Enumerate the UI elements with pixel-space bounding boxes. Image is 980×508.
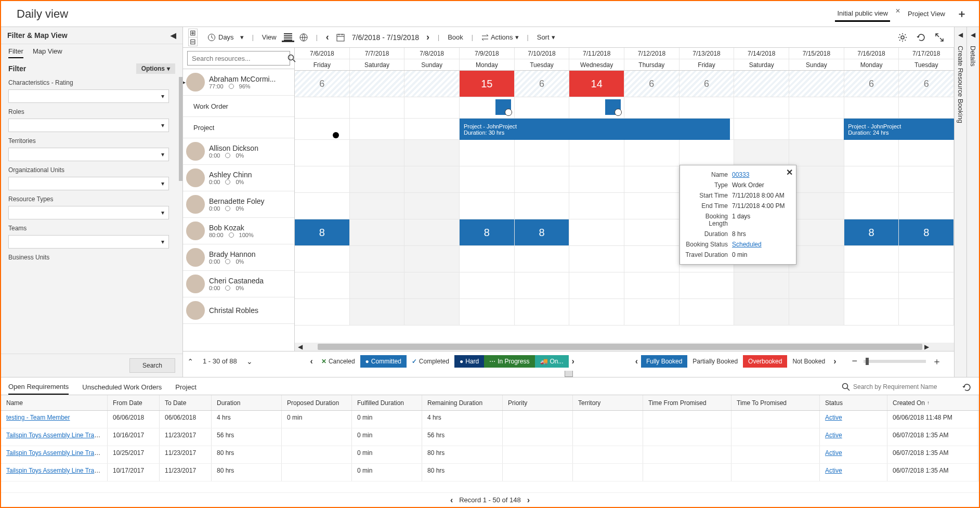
horizontal-scrollbar[interactable]: ◀▶	[295, 343, 954, 351]
tab-project[interactable]: Project	[175, 380, 196, 394]
grid-cell[interactable]	[460, 246, 515, 272]
status-canceled[interactable]: ✕Canceled	[316, 355, 360, 368]
grid-cell[interactable]	[734, 140, 789, 166]
grid-cell[interactable]: 6	[624, 71, 680, 97]
filter-tab-filter[interactable]: Filter	[8, 47, 23, 58]
grid-cell[interactable]	[734, 71, 789, 97]
col-proposed[interactable]: Proposed Duration	[282, 395, 352, 410]
grid-cell[interactable]	[624, 97, 680, 118]
date-column[interactable]: 7/15/2018Sunday	[789, 48, 844, 70]
tooltip-value[interactable]: Scheduled	[732, 241, 791, 248]
resource-row[interactable]: Ashley Chinn 0:000%	[183, 165, 294, 191]
date-column[interactable]: 7/12/2018Thursday	[624, 48, 680, 70]
search-resources-box[interactable]	[187, 51, 290, 66]
grid-cell[interactable]	[624, 166, 680, 192]
resource-expand-up-icon[interactable]: ⌄	[187, 357, 193, 366]
zoom-out-button[interactable]: −	[850, 356, 859, 367]
grid-cell[interactable]	[624, 272, 680, 298]
col-time-to[interactable]: Time To Promised	[731, 395, 820, 410]
filter-options-button[interactable]: Options▾	[136, 63, 175, 74]
grid-cell[interactable]	[844, 246, 899, 272]
grid-cell[interactable]	[789, 71, 844, 97]
grid-cell[interactable]	[295, 119, 350, 139]
grid-cell[interactable]	[295, 193, 350, 219]
resource-subrow[interactable]: Work Order	[183, 96, 294, 117]
settings-icon[interactable]	[898, 33, 907, 42]
grid-next-page[interactable]: ›	[527, 496, 530, 505]
grid-cell[interactable]	[624, 140, 680, 166]
collapse-resource-icon[interactable]: ▸	[183, 79, 186, 86]
col-created[interactable]: Created On ↑	[887, 395, 978, 410]
grid-cell[interactable]	[515, 140, 570, 166]
date-column[interactable]: 7/11/2018Wednesday	[569, 48, 624, 70]
grid-cell[interactable]	[350, 272, 405, 298]
grid-cell[interactable]	[844, 166, 899, 192]
grid-cell[interactable]: 8	[295, 219, 350, 245]
resource-row[interactable]: ▸ Abraham McCormi... 77:0096%	[183, 69, 294, 96]
tab-project-view[interactable]: Project View	[906, 7, 947, 21]
search-resources-input[interactable]	[188, 55, 283, 62]
grid-cell[interactable]	[350, 166, 405, 192]
grid-cell[interactable]	[404, 166, 460, 192]
resource-row[interactable]: Cheri Castaneda 0:000%	[183, 271, 294, 297]
resource-row[interactable]: Bernadette Foley 0:000%	[183, 191, 294, 218]
grid-cell[interactable]: 6	[295, 71, 350, 97]
status-link[interactable]: Active	[825, 414, 842, 421]
scrollbar[interactable]	[179, 77, 182, 181]
grid-cell[interactable]	[295, 272, 350, 298]
zoom-slider[interactable]	[864, 360, 926, 363]
grid-cell[interactable]	[569, 219, 624, 245]
grid-cell[interactable]	[844, 299, 899, 325]
search-icon[interactable]	[842, 383, 850, 391]
grid-cell[interactable]	[569, 246, 624, 272]
grid-cell[interactable]	[350, 246, 405, 272]
grid-cell[interactable]	[789, 272, 844, 298]
workorder-block[interactable]	[495, 99, 511, 115]
status-link[interactable]: Active	[825, 432, 842, 439]
grid-cell[interactable]	[460, 193, 515, 219]
grid-cell[interactable]	[515, 299, 570, 325]
rail-create-booking[interactable]: ◀ Create Resource Booking	[954, 27, 966, 377]
status-legend-prev[interactable]: ‹	[307, 357, 316, 366]
grid-cell[interactable]	[515, 272, 570, 298]
col-time-from[interactable]: Time From Promised	[643, 395, 731, 410]
select-characteristics[interactable]: ▾	[8, 89, 169, 103]
grid-cell[interactable]	[404, 246, 460, 272]
table-row[interactable]: Tailspin Toys Assembly Line Transfo... 1…	[1, 446, 979, 464]
date-column[interactable]: 7/16/2018Monday	[844, 48, 899, 70]
status-on[interactable]: 🚚On...	[535, 355, 569, 368]
date-column[interactable]: 7/13/2018Friday	[680, 48, 735, 70]
grid-cell[interactable]	[789, 299, 844, 325]
date-column[interactable]: 7/9/2018Monday	[460, 48, 515, 70]
list-view-button[interactable]	[282, 32, 294, 42]
milestone-dot[interactable]	[333, 132, 339, 138]
grid-cell[interactable]	[680, 97, 735, 118]
tooltip-close-icon[interactable]: ✕	[786, 167, 793, 177]
status-completed[interactable]: ✓Completed	[407, 355, 454, 368]
status-committed[interactable]: ●Committed	[360, 355, 407, 368]
col-to[interactable]: To Date	[160, 395, 212, 410]
grid-cell[interactable]	[844, 140, 899, 166]
col-from[interactable]: From Date	[108, 395, 160, 410]
grid-cell[interactable]	[680, 299, 735, 325]
rail-details[interactable]: ◀ Details	[966, 27, 979, 377]
select-resource-types[interactable]: ▾	[8, 206, 169, 219]
tab-open-requirements[interactable]: Open Requirements	[8, 380, 69, 395]
date-column[interactable]: 7/14/2018Saturday	[734, 48, 789, 70]
grid-cell[interactable]	[350, 71, 405, 97]
expand-all-button[interactable]: ⊞	[189, 29, 197, 37]
grid-cell[interactable]	[789, 166, 844, 192]
grid-cell[interactable]	[350, 140, 405, 166]
grid-cell[interactable]	[295, 299, 350, 325]
table-row[interactable]: Tailspin Toys Assembly Line Transfo... 1…	[1, 428, 979, 446]
resource-row[interactable]: Allison Dickson 0:000%	[183, 138, 294, 165]
grid-cell[interactable]: 8	[899, 219, 954, 245]
col-status[interactable]: Status	[820, 395, 887, 410]
grid-cell[interactable]: 14	[569, 71, 624, 97]
grid-cell[interactable]	[789, 97, 844, 118]
grid-cell[interactable]	[789, 193, 844, 219]
date-column[interactable]: 7/7/2018Saturday	[350, 48, 405, 70]
date-column[interactable]: 7/17/2018Tuesday	[899, 48, 954, 70]
actions-dropdown[interactable]: Actions▾	[479, 32, 521, 42]
grid-cell[interactable]	[624, 219, 680, 245]
